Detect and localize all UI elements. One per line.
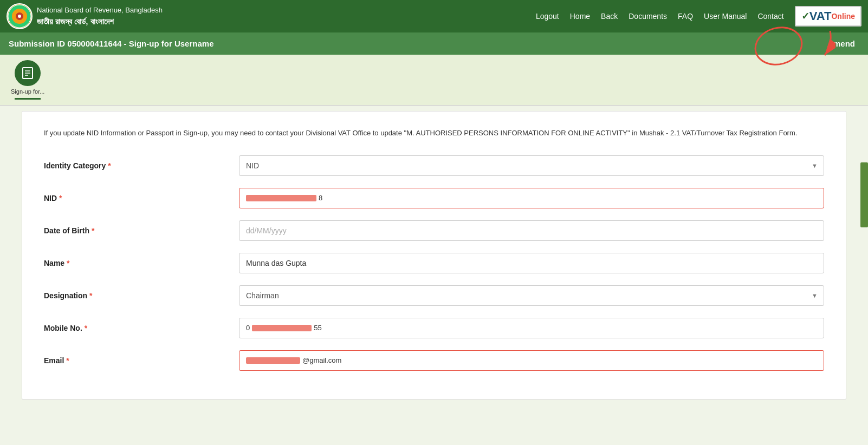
mobile-redacted <box>252 325 312 331</box>
signup-icon-item: Sign-up for... <box>11 60 44 100</box>
home-link[interactable]: Home <box>570 12 590 21</box>
required-star: * <box>67 259 69 267</box>
name-label: Name * <box>44 259 228 267</box>
designation-select[interactable]: Chairman Director Manager <box>239 285 824 306</box>
vat-logo: ✓ VAT Online <box>795 6 861 27</box>
nbr-logo <box>7 3 33 29</box>
brand: National Board of Revenue, Bangladesh জা… <box>7 3 163 29</box>
dob-input[interactable] <box>239 220 824 241</box>
main-content: If you update NID Information or Passpor… <box>22 111 846 400</box>
identity-category-select[interactable]: NID Passport <box>239 155 824 176</box>
signup-label: Sign-up for... <box>11 88 44 95</box>
identity-category-row: Identity Category * NID Passport <box>44 155 824 176</box>
designation-row: Designation * Chairman Director Manager <box>44 285 824 306</box>
required-star: * <box>108 161 111 170</box>
user-manual-link[interactable]: User Manual <box>704 12 747 21</box>
nid-row: NID * 8 <box>44 188 824 208</box>
email-input[interactable]: @gmail.com <box>239 350 824 371</box>
vat-check-icon: ✓ <box>801 10 809 22</box>
submission-title: Submission ID 050000411644 - Sign-up for… <box>9 39 213 48</box>
name-row: Name * <box>44 253 824 273</box>
online-text: Online <box>831 12 855 21</box>
email-row: Email * @gmail.com <box>44 350 824 371</box>
contact-link[interactable]: Contact <box>757 12 783 21</box>
navbar-links: Logout Home Back Documents FAQ User Manu… <box>536 6 861 27</box>
vat-at: AT <box>817 9 832 23</box>
email-redacted <box>246 357 300 364</box>
signup-icon <box>15 60 41 86</box>
identity-category-select-wrapper[interactable]: NID Passport <box>239 155 824 176</box>
brand-line1: National Board of Revenue, Bangladesh <box>37 5 163 15</box>
required-star: * <box>85 324 87 332</box>
svg-point-3 <box>18 15 21 18</box>
amend-button[interactable]: Amend <box>823 37 859 50</box>
scrollbar[interactable] <box>860 162 868 227</box>
brand-line2: জাতীয় রাজস্ব বোর্ড, বাংলাদেশ <box>37 16 163 27</box>
nid-redacted <box>246 195 316 201</box>
mobile-suffix: 55 <box>314 324 321 332</box>
designation-label: Designation * <box>44 291 228 300</box>
documents-link[interactable]: Documents <box>629 12 667 21</box>
identity-category-label: Identity Category * <box>44 161 228 170</box>
nid-partial: 8 <box>319 194 322 202</box>
nid-input[interactable]: 8 <box>239 188 824 208</box>
required-star: * <box>92 226 94 235</box>
vat-text: VAT <box>809 9 832 23</box>
required-star: * <box>59 194 62 202</box>
form: Identity Category * NID Passport NID * <box>44 155 824 371</box>
required-star: * <box>89 291 92 300</box>
name-input[interactable] <box>239 253 824 273</box>
dob-label: Date of Birth * <box>44 226 228 235</box>
logout-link[interactable]: Logout <box>536 12 559 21</box>
back-link[interactable]: Back <box>601 12 618 21</box>
email-suffix: @gmail.com <box>302 356 341 364</box>
faq-link[interactable]: FAQ <box>678 12 693 21</box>
submission-bar: Submission ID 050000411644 - Sign-up for… <box>0 32 868 55</box>
mobile-input[interactable]: 0 55 <box>239 318 824 338</box>
designation-select-wrapper[interactable]: Chairman Director Manager <box>239 285 824 306</box>
mobile-row: Mobile No. * 0 55 <box>44 318 824 338</box>
nid-label: NID * <box>44 194 228 202</box>
mobile-prefix: 0 <box>246 324 250 332</box>
info-text: If you update NID Information or Passpor… <box>44 128 824 139</box>
email-label: Email * <box>44 356 228 365</box>
navbar: National Board of Revenue, Bangladesh জা… <box>0 0 868 32</box>
icon-nav: Sign-up for... <box>0 55 868 106</box>
required-star: * <box>66 356 69 365</box>
mobile-label: Mobile No. * <box>44 324 228 332</box>
icon-underline <box>15 98 41 100</box>
dob-row: Date of Birth * <box>44 220 824 241</box>
